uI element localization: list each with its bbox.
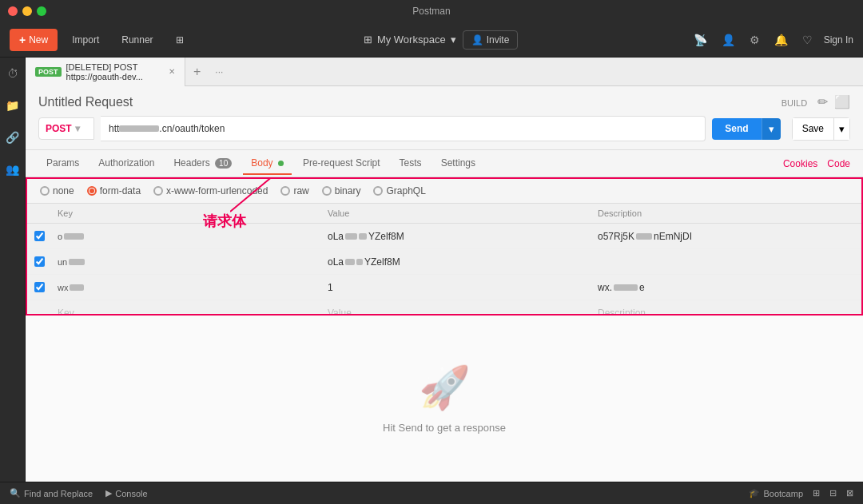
cookies-link[interactable]: Cookies [783,158,817,169]
row3-desc-blur [614,284,638,291]
radio-raw-dot [280,186,290,196]
toolbar-center: ⊞ My Workspace ▾ 👤 Invite [198,30,684,50]
edit-icon[interactable]: ✏ [817,95,828,109]
workspace-button[interactable]: ⊞ My Workspace ▾ [364,34,456,46]
find-replace-button[interactable]: 🔍 Find and Replace [10,488,93,498]
settings-icon-button[interactable]: ⚙ [746,30,763,50]
code-link[interactable]: Code [827,158,850,169]
row2-value-cell[interactable]: oLa YZelf8M [321,253,591,271]
main-toolbar: + New Import Runner ⊞ ⊞ My Workspace ▾ 👤… [0,22,863,58]
layout-split-button[interactable]: ⊟ [829,488,837,498]
row2-key: un [58,257,67,267]
row1-key: o [58,232,62,241]
bell-icon-button[interactable]: 🔔 [771,30,791,50]
empty-value-placeholder: Value [328,308,352,314]
row2-checkbox[interactable] [34,256,45,267]
tab-body[interactable]: Body [243,153,292,175]
row3-checkbox[interactable] [34,282,45,292]
row3-desc-text: wx. [598,282,612,293]
bootcamp-label: Bootcamp [763,489,803,498]
runner-button[interactable]: Runner [113,30,161,50]
empty-key-cell[interactable]: Key [51,304,321,314]
url-host-blur: htt [109,123,119,134]
expand-icon[interactable]: ⬜ [834,95,850,109]
save-button[interactable]: Save [792,117,834,141]
send-dropdown-button[interactable]: ▾ [762,118,781,140]
satellite-icon-button[interactable]: 📡 [690,30,710,50]
empty-value-cell[interactable]: Value [321,304,591,314]
radio-raw[interactable]: raw [280,185,308,196]
close-dot[interactable] [8,6,18,16]
tab-headers[interactable]: Headers 10 [165,153,240,175]
maximize-dot[interactable] [37,6,46,16]
radio-urlencoded-dot [153,186,163,196]
import-button[interactable]: Import [64,30,107,50]
row2-key-cell[interactable]: un [51,254,321,270]
tab-authorization[interactable]: Authorization [90,153,162,175]
row3-checkbox-cell [27,279,51,296]
row1-desc-text: o57Rj5K [598,231,634,242]
tab-params[interactable]: Params [38,153,87,175]
row3-value-text: 1 [328,282,333,293]
add-tab-button[interactable]: + [185,65,209,79]
radio-binary[interactable]: binary [322,185,361,196]
layout-toggle[interactable]: ⊞ [168,30,192,50]
sidebar-item-apis[interactable]: 🔗 [2,128,22,147]
bootcamp-button[interactable]: 🎓 Bootcamp [749,488,803,498]
console-button[interactable]: ▶ Console [105,488,147,498]
url-path: .cn/oauth/token [159,123,225,134]
row2-value-text2: YZelf8M [364,256,400,268]
tab-close-icon[interactable]: ✕ [169,67,175,76]
row1-checkbox[interactable] [34,231,45,241]
radio-graphql[interactable]: GraphQL [373,185,425,196]
row2-checkbox-cell [27,253,51,270]
method-select[interactable]: POST ▾ [38,117,94,140]
chevron-down-icon: ▾ [451,34,456,46]
signin-button[interactable]: Sign In [824,34,853,46]
radio-urlencoded[interactable]: x-www-form-urlencoded [153,185,268,196]
url-input[interactable]: htt .cn/oauth/token [101,116,706,141]
request-tab[interactable]: POST [DELETED] POST https://goauth-dev..… [26,58,185,86]
invite-button[interactable]: 👤 Invite [463,30,519,50]
th-checkbox [27,204,51,223]
layout-icon-button[interactable]: ⊞ [813,488,820,498]
save-dropdown-button[interactable]: ▾ [834,117,850,141]
row1-desc-cell[interactable]: o57Rj5K nEmNjDI [591,228,861,245]
layout-options-button[interactable]: ⊠ [846,488,853,498]
th-description: Description [591,204,861,223]
body-type-row: none form-data x-www-form-urlencoded raw… [27,179,861,204]
empty-state: 🚀 Hit Send to get a response [26,315,863,482]
main-layout: ⏱ 📁 🔗 👥 POST [DELETED] POST https://goau… [0,58,863,482]
row1-key-cell[interactable]: o [51,228,321,244]
more-tabs-button[interactable]: ··· [209,66,229,77]
send-button[interactable]: Send [712,118,761,140]
tab-settings[interactable]: Settings [433,153,483,175]
sidebar-item-collections[interactable]: 📁 [2,96,22,115]
tab-prerequest[interactable]: Pre-request Script [295,153,388,175]
sidebar-item-history[interactable]: ⏱ [4,64,22,83]
row2-desc-cell[interactable] [591,259,861,265]
build-actions: BUILD ✏ ⬜ [781,94,850,109]
row3-value-cell[interactable]: 1 [321,279,591,296]
radio-none[interactable]: none [40,185,74,196]
table-row: o oLa YZelf8M o57Rj5K nEmNjDI [27,224,861,249]
window-controls [8,6,46,16]
grid-icon: ⊞ [364,34,372,46]
row1-checkbox-cell [27,228,51,244]
heart-icon-button[interactable]: ♡ [799,30,816,50]
body-panel: none form-data x-www-form-urlencoded raw… [26,177,863,315]
row1-value-cell[interactable]: oLa YZelf8M [321,228,591,245]
table-header-row: Key Value Description [27,204,861,224]
user-circle-icon-button[interactable]: 👤 [718,30,738,50]
empty-desc-cell[interactable]: Description [591,304,861,314]
radio-binary-dot [322,186,332,196]
toolbar-right: 📡 👤 ⚙ 🔔 ♡ Sign In [690,30,853,50]
row3-key-cell[interactable]: wx [51,280,321,296]
tab-tests[interactable]: Tests [392,153,430,175]
row3-desc-cell[interactable]: wx. e [591,279,861,296]
sidebar-item-teams[interactable]: 👥 [2,160,22,179]
body-data-table: Key Value Description o oLa [27,204,861,314]
new-button[interactable]: + New [10,29,58,51]
radio-formdata[interactable]: form-data [87,185,141,196]
minimize-dot[interactable] [22,6,32,16]
